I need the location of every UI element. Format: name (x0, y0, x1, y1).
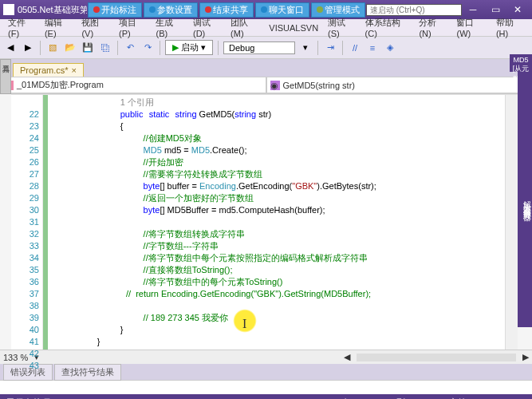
status-line: 行 39 (343, 397, 364, 400)
ext-btn-chat[interactable]: 聊天窗口 (255, 2, 309, 18)
bottom-panel (0, 380, 532, 394)
document-tabs: 工具箱 Program.cs* × (0, 59, 532, 77)
tab-close-icon[interactable]: × (72, 65, 77, 75)
menu-debug[interactable]: 调试(D) (188, 17, 226, 38)
config-dropdown[interactable]: Debug (223, 41, 295, 54)
menu-visualsvn[interactable]: VISUALSVN (264, 23, 323, 33)
main-toolbar: ◀ ▶ ▧ 📂 💾 ⿻ ↶ ↷ ▶启动▾ Debug ▾ ⇥ // ≡ ◈ (0, 37, 532, 59)
code-editor[interactable]: 2223242526272829303132333435363738394041… (11, 94, 518, 350)
menu-test[interactable]: 测试(S) (323, 17, 361, 38)
step-icon[interactable]: ⇥ (323, 41, 337, 55)
ext-btn-end-share[interactable]: 结束共享 (199, 2, 254, 18)
tab-program-cs[interactable]: Program.cs* × (13, 63, 84, 77)
bottom-panel-tabs: 错误列表 查找符号结果 (0, 364, 532, 380)
new-project-icon[interactable]: ▧ (45, 41, 60, 55)
menu-bar: 文件(F) 编辑(E) 视图(V) 项目(P) 生成(B) 调试(D) 团队(M… (0, 19, 532, 37)
left-dock-strip[interactable]: 工具箱 (0, 59, 11, 94)
status-col: 列 33 (396, 397, 417, 400)
vs-logo-icon (3, 4, 14, 15)
status-char: 字符 31 (449, 397, 479, 400)
menu-edit[interactable]: 编辑(E) (40, 17, 77, 38)
maximize-button[interactable]: ▭ (484, 4, 506, 15)
method-icon: ◉ (270, 81, 280, 90)
window-title: 0505.Net基础班第十四天 - Microso... (18, 4, 87, 16)
class-dropdown[interactable]: ◆_01MD5加密.Program (0, 77, 266, 93)
menu-help[interactable]: 帮助(H) (491, 17, 529, 38)
nav-back-icon[interactable]: ◀ (3, 41, 18, 55)
close-button[interactable]: ✕ (506, 4, 529, 15)
bookmark-icon[interactable]: ◈ (383, 41, 397, 55)
start-debug-button[interactable]: ▶启动▾ (165, 40, 213, 55)
md5-metadata-label[interactable]: MD5 [从元数据] (510, 54, 532, 72)
comment-icon[interactable]: // (348, 41, 362, 55)
tab-label: Program.cs* (20, 65, 69, 75)
menu-file[interactable]: 文件(F) (3, 17, 40, 38)
menu-window[interactable]: 窗口(W) (451, 17, 491, 38)
line-numbers: 2223242526272829303132333435363738394041… (11, 95, 43, 350)
ext-btn-admin[interactable]: 管理模式 (311, 2, 365, 18)
open-icon[interactable]: 📂 (63, 41, 77, 55)
menu-project[interactable]: 项目(P) (114, 17, 152, 38)
minimize-button[interactable]: ─ (462, 4, 484, 15)
editor-footer: 133 %▾ ◀▶ (0, 350, 532, 364)
menu-arch[interactable]: 体系结构(C) (361, 17, 415, 38)
menu-build[interactable]: 生成(B) (151, 17, 188, 38)
solution-explorer-tab[interactable]: 解决方案资源管理器 (518, 72, 532, 327)
code-content[interactable]: 1 个引用 public static string GetMD5(string… (48, 95, 505, 350)
hscroll-left-icon[interactable]: ◀ (344, 352, 350, 362)
tab-find-results[interactable]: 查找符号结果 (54, 364, 121, 381)
ext-btn-settings[interactable]: 参数设置 (144, 2, 198, 18)
status-bar: 已保存的项 行 39 列 33 字符 31 Ins (0, 394, 532, 399)
ext-btn-start-annotate[interactable]: 开始标注 (88, 2, 142, 18)
quick-launch-input[interactable] (366, 4, 462, 16)
save-all-icon[interactable]: ⿻ (98, 41, 112, 55)
text-caret-icon: I (242, 317, 246, 331)
undo-icon[interactable]: ↶ (123, 41, 137, 55)
redo-icon[interactable]: ↷ (140, 41, 155, 55)
uncomment-icon[interactable]: ≡ (365, 41, 380, 55)
hscroll-right-icon[interactable]: ▶ (522, 352, 529, 362)
vertical-scrollbar[interactable] (505, 95, 518, 350)
menu-view[interactable]: 视图(V) (77, 17, 114, 38)
save-icon[interactable]: 💾 (81, 41, 95, 55)
nav-fwd-icon[interactable]: ▶ (21, 41, 35, 55)
menu-analyze[interactable]: 分析(N) (414, 17, 451, 38)
horizontal-scrollbar[interactable] (357, 354, 516, 361)
status-message: 已保存的项 (6, 397, 311, 400)
menu-team[interactable]: 团队(M) (226, 17, 264, 38)
code-nav-bar: ◆_01MD5加密.Program ◉GetMD5(string str) (0, 77, 532, 94)
member-dropdown[interactable]: ◉GetMD5(string str) (266, 77, 533, 93)
